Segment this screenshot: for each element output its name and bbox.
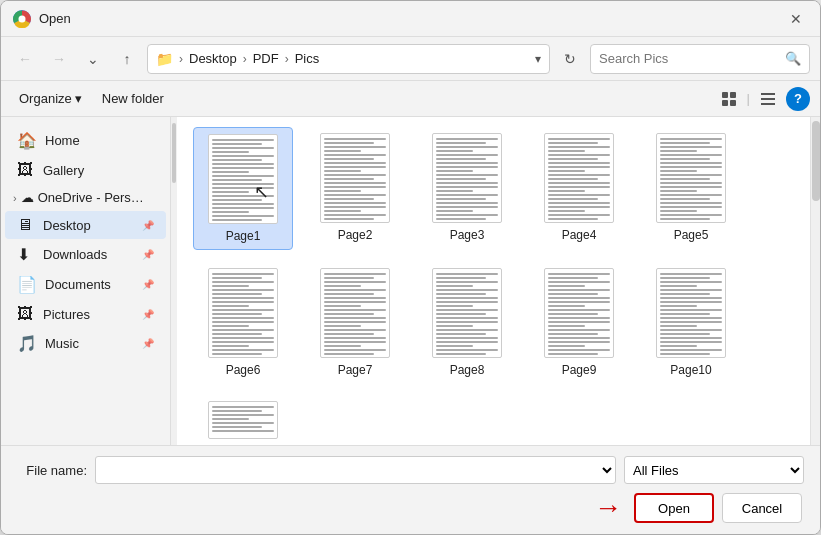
sidebar-item-home[interactable]: 🏠 Home	[5, 126, 166, 155]
file-area-scrollbar[interactable]	[810, 117, 820, 445]
file-thumb-page5	[656, 133, 726, 223]
open-button[interactable]: Open	[634, 493, 714, 523]
pin-icon-pictures: 📌	[142, 309, 154, 320]
sidebar-label-onedrive: OneDrive - Pers…	[38, 190, 144, 205]
filename-row: File name: All Files PDF Files (*.pdf) I…	[17, 456, 804, 484]
sidebar-item-downloads[interactable]: ⬇ Downloads 📌	[5, 240, 166, 269]
sidebar-label-documents: Documents	[45, 277, 111, 292]
titlebar-left: Open	[13, 10, 71, 28]
search-box: 🔍	[590, 44, 810, 74]
view-dropdown-sep: |	[747, 91, 750, 106]
file-name-page8: Page8	[450, 363, 485, 377]
close-button[interactable]: ✕	[784, 7, 808, 31]
file-item-page6[interactable]: Page6	[193, 262, 293, 383]
bottom-bar: File name: All Files PDF Files (*.pdf) I…	[1, 445, 820, 534]
refresh-button[interactable]: ↻	[556, 45, 584, 73]
svg-rect-5	[722, 100, 728, 106]
file-thumb-page3	[432, 133, 502, 223]
recent-locations-button[interactable]: ⌄	[79, 45, 107, 73]
sidebar-label-music: Music	[45, 336, 79, 351]
doc-lines-page2	[324, 138, 386, 223]
sidebar-item-pictures[interactable]: 🖼 Pictures 📌	[5, 300, 166, 328]
file-thumb-page1: ↖	[208, 134, 278, 224]
file-item-page3[interactable]: Page3	[417, 127, 517, 250]
sidebar-label-home: Home	[45, 133, 80, 148]
sidebar-label-downloads: Downloads	[43, 247, 107, 262]
file-item-page1[interactable]: ↖ Page1	[193, 127, 293, 250]
file-item-page4[interactable]: Page4	[529, 127, 629, 250]
content-area: 🏠 Home 🖼 Gallery › ☁ OneDrive - Pers… 🖥 …	[1, 117, 820, 445]
cancel-button[interactable]: Cancel	[722, 493, 802, 523]
breadcrumb-folder-icon: 📁	[156, 51, 173, 67]
address-bar: ← → ⌄ ↑ 📁 › Desktop › PDF › Pics ▾ ↻ 🔍	[1, 37, 820, 81]
chrome-icon	[13, 10, 31, 28]
file-name-page4: Page4	[562, 228, 597, 242]
view-details-button[interactable]	[754, 85, 782, 113]
organize-dropdown-icon: ▾	[75, 91, 82, 106]
file-thumb-page9	[544, 268, 614, 358]
organize-label: Organize	[19, 91, 72, 106]
doc-lines-page11	[212, 406, 274, 434]
filetype-select[interactable]: All Files PDF Files (*.pdf) Image Files	[624, 456, 804, 484]
doc-lines-page3	[436, 138, 498, 223]
breadcrumb-bar: 📁 › Desktop › PDF › Pics ▾	[147, 44, 550, 74]
sidebar-item-onedrive[interactable]: › ☁ OneDrive - Pers…	[5, 185, 166, 210]
open-dialog: Open ✕ ← → ⌄ ↑ 📁 › Desktop › PDF › Pics …	[0, 0, 821, 535]
file-item-page11[interactable]	[193, 395, 293, 445]
file-name-page9: Page9	[562, 363, 597, 377]
doc-lines-page5	[660, 138, 722, 223]
breadcrumb-pdf[interactable]: PDF	[253, 51, 279, 66]
doc-lines-page4	[548, 138, 610, 223]
doc-lines-page6	[212, 273, 274, 358]
file-item-page7[interactable]: Page7	[305, 262, 405, 383]
sidebar-item-desktop[interactable]: 🖥 Desktop 📌	[5, 211, 166, 239]
file-thumb-page8	[432, 268, 502, 358]
search-input[interactable]	[599, 51, 781, 66]
up-button[interactable]: ↑	[113, 45, 141, 73]
new-folder-button[interactable]: New folder	[94, 88, 172, 109]
svg-point-2	[19, 15, 26, 22]
file-item-page5[interactable]: Page5	[641, 127, 741, 250]
file-thumb-page6	[208, 268, 278, 358]
doc-lines-page10	[660, 273, 722, 358]
breadcrumb-sep3: ›	[285, 52, 289, 66]
sidebar-item-gallery[interactable]: 🖼 Gallery	[5, 156, 166, 184]
breadcrumb-dropdown-button[interactable]: ▾	[535, 52, 541, 66]
breadcrumb-pics[interactable]: Pics	[295, 51, 320, 66]
sidebar: 🏠 Home 🖼 Gallery › ☁ OneDrive - Pers… 🖥 …	[1, 117, 171, 445]
view-toggle-button[interactable]	[715, 85, 743, 113]
sidebar-item-music[interactable]: 🎵 Music 📌	[5, 329, 166, 358]
doc-lines-page8	[436, 273, 498, 358]
search-icon[interactable]: 🔍	[785, 51, 801, 66]
file-thumb-page7	[320, 268, 390, 358]
help-button[interactable]: ?	[786, 87, 810, 111]
file-name-page1: Page1	[226, 229, 261, 243]
file-thumb-page10	[656, 268, 726, 358]
file-item-page8[interactable]: Page8	[417, 262, 517, 383]
file-thumb-page11	[208, 401, 278, 439]
breadcrumb-sep1: ›	[179, 52, 183, 66]
sidebar-label-pictures: Pictures	[43, 307, 90, 322]
svg-rect-8	[761, 98, 775, 100]
home-icon: 🏠	[17, 131, 37, 150]
file-item-page9[interactable]: Page9	[529, 262, 629, 383]
file-thumb-page2	[320, 133, 390, 223]
file-area-scrollbar-thumb	[812, 121, 820, 201]
filename-input[interactable]	[95, 456, 616, 484]
pin-icon-documents: 📌	[142, 279, 154, 290]
organize-button[interactable]: Organize ▾	[11, 88, 90, 109]
pin-icon-desktop: 📌	[142, 220, 154, 231]
pin-icon-music: 📌	[142, 338, 154, 349]
file-item-page2[interactable]: Page2	[305, 127, 405, 250]
svg-rect-4	[730, 92, 736, 98]
file-name-page2: Page2	[338, 228, 373, 242]
back-button[interactable]: ←	[11, 45, 39, 73]
pictures-icon: 🖼	[17, 305, 35, 323]
file-name-page6: Page6	[226, 363, 261, 377]
svg-rect-7	[761, 93, 775, 95]
forward-button[interactable]: →	[45, 45, 73, 73]
breadcrumb-desktop[interactable]: Desktop	[189, 51, 237, 66]
sidebar-item-documents[interactable]: 📄 Documents 📌	[5, 270, 166, 299]
breadcrumb-sep2: ›	[243, 52, 247, 66]
file-item-page10[interactable]: Page10	[641, 262, 741, 383]
